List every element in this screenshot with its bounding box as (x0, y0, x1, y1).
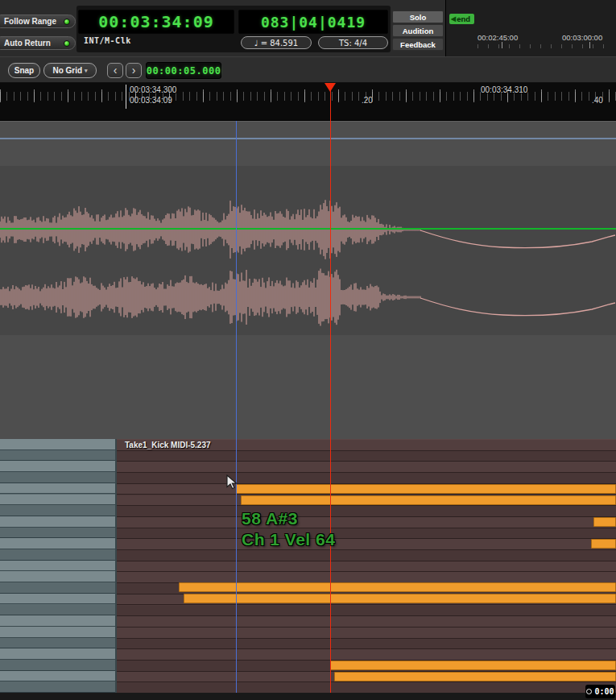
midi-note-tooltip: 58 A#3 Ch 1 Vel 64 (242, 508, 335, 551)
nudge-value-field[interactable]: 00:00:05.000 (146, 62, 221, 79)
feedback-button[interactable]: Feedback (392, 38, 444, 51)
midi-note[interactable] (593, 517, 616, 527)
bars-beats-counter[interactable]: 083|04|0419 (238, 10, 388, 34)
chevron-left-icon: ‹ (114, 64, 118, 76)
mini-timeline[interactable]: ◀ end 00:02:45:0000:03:00:00 (445, 0, 616, 56)
clock-source-label: INT/M-Clk (84, 36, 131, 45)
midi-note[interactable] (184, 594, 616, 603)
daw-edit-window: Follow Range Auto Return 00:03:34:09 INT… (0, 0, 616, 700)
auto-return-label: Auto Return (4, 39, 51, 48)
tooltip-channel-line: Ch 1 Vel 64 (242, 529, 335, 550)
main-time-value: 00:03:34:09 (98, 12, 213, 31)
next-button[interactable]: › (126, 63, 142, 78)
main-time-counter[interactable]: 00:03:34:09 (78, 10, 234, 34)
follow-range-label: Follow Range (4, 17, 56, 26)
nudge-value: 00:00:05.000 (147, 65, 221, 77)
chevron-right-icon: › (132, 64, 136, 76)
edit-cursor-line (236, 121, 237, 693)
green-level-line (0, 228, 616, 230)
audition-button[interactable]: Audition (392, 24, 444, 37)
timer-value: 0:00 (594, 687, 614, 696)
midi-note[interactable] (179, 582, 616, 592)
green-led-icon (64, 40, 70, 47)
edit-toolbar: Snap No Grid ▾ ‹ › 00:00:05.000 (0, 56, 616, 83)
mini-timeline-minor-ticks (478, 44, 613, 48)
ruler-label: 00:03:34.300 (130, 85, 176, 94)
tempo-button[interactable]: ♩ = 84.591 (241, 36, 312, 49)
midi-notes-layer (0, 439, 616, 693)
ruler-label: .20 (362, 96, 373, 105)
grid-mode-dropdown[interactable]: No Grid ▾ (43, 63, 97, 78)
playhead-line (330, 90, 331, 693)
midi-note[interactable] (241, 495, 616, 505)
grid-mode-label: No Grid (52, 66, 82, 75)
midi-editor-area: Take1_Kick MIDI-5.237 58 A#3 Ch 1 Vel 64 (0, 439, 616, 693)
stereo-waveform (0, 122, 616, 440)
midi-note[interactable] (334, 672, 616, 681)
tooltip-note-line: 58 A#3 (242, 508, 335, 529)
midi-note[interactable] (236, 484, 616, 494)
mini-timeline-time: 00:03:00:00 (562, 33, 602, 42)
mouse-cursor (225, 474, 241, 491)
midi-note[interactable] (591, 539, 616, 549)
timer-clock-icon (586, 689, 592, 694)
bottom-strip (0, 693, 616, 700)
audio-track-area[interactable] (0, 121, 616, 439)
ruler-labels: 00:03:34.30000:03:34.31000:03:34:09.20.4… (0, 83, 616, 120)
ruler-label: 00:03:34.310 (481, 85, 527, 94)
follow-range-button[interactable]: Follow Range (0, 14, 76, 28)
snap-button[interactable]: Snap (8, 63, 40, 78)
timer-badge: 0:00 (585, 685, 615, 698)
solo-button[interactable]: Solo (392, 10, 444, 23)
ruler-label: .40 (592, 96, 603, 105)
time-signature-button[interactable]: TS: 4/4 (318, 36, 388, 49)
ruler-label: 00:03:34:09 (130, 96, 172, 105)
previous-button[interactable]: ‹ (107, 63, 123, 78)
mini-timeline-time: 00:02:45:00 (478, 33, 518, 42)
bars-beats-value: 083|04|0419 (261, 14, 366, 31)
midi-note[interactable] (330, 661, 616, 670)
timeline-ruler[interactable]: 00:03:34.30000:03:34.31000:03:34:09.20.4… (0, 83, 616, 121)
green-led-icon (64, 19, 70, 25)
chevron-down-icon: ▾ (85, 68, 88, 74)
auto-return-button[interactable]: Auto Return (0, 36, 76, 50)
transport-toolbar: Follow Range Auto Return 00:03:34:09 INT… (0, 0, 616, 56)
